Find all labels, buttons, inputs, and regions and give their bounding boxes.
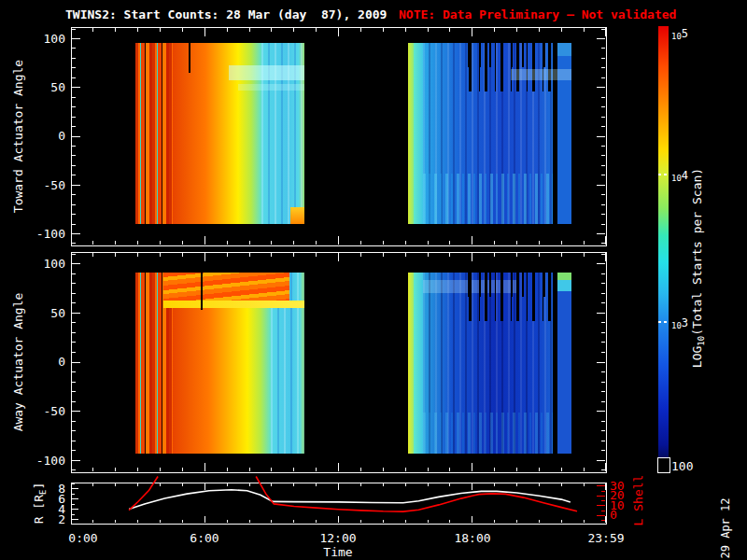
cb-base: 10 [671,321,682,330]
spectro-edge [414,43,423,224]
plot-title: TWINS2: Start Counts: 28 Mar (day 87), 2… [65,7,387,21]
speckle-region [423,174,553,224]
yellow-row [163,301,304,308]
spectrogram-toward-pass1 [135,43,304,224]
spectrogram-away-pass1 [135,273,304,454]
dropout-line [201,273,203,310]
hot-top-band [163,273,289,301]
x-axis-title: Time (UT) [308,545,368,560]
xtick-label: 12:00 [308,531,368,545]
cb-exp: 5 [682,27,688,40]
colorbar-tick-label: 104 [671,171,688,183]
hot-patch [290,207,304,224]
cb-title-sub: 10 [697,336,706,346]
ytick-label: -50 [22,178,65,192]
light-band [229,65,304,80]
spectro-strip [557,273,571,454]
xtick-label: 18:00 [443,531,502,545]
l-tick-label: 0 [610,509,617,522]
colorbar-tick-label: 105 [671,29,688,41]
xtick-label: 23:59 [576,531,636,545]
cb-title-main: LOG [690,346,704,368]
speckle-region [423,413,553,454]
spectro-stripes [135,43,173,224]
dropout-streaks [459,43,553,67]
r-tick-label: 2 [22,512,65,526]
l-shell-axis-label: L Shell [632,475,645,526]
ytick-label: -50 [22,404,65,418]
ytick-label: 100 [22,32,65,46]
light-band [238,84,304,91]
dropout-streaks [459,273,553,297]
cb-exp: 3 [682,316,688,329]
colorbar-tick-label: 103 [671,318,688,330]
ytick-label: 0 [22,129,65,143]
ytick-label: 50 [22,306,65,320]
ytick-label: 0 [22,355,65,369]
ytick-label: 100 [22,257,65,271]
light-band [511,69,571,80]
colorbar [658,26,669,471]
dropout-line [189,43,190,73]
cb-base: 10 [671,32,682,41]
cb-base: 100 [671,459,693,473]
date-stamp: 29 Apr 12 [719,497,732,558]
cb-title-end: (Total Starts per Scan) [690,168,704,336]
spectro-edge [414,273,423,454]
ytick-label: 50 [22,80,65,94]
cb-base: 10 [671,174,682,183]
colorbar-title: LOG10(Total Starts per Scan) [691,168,709,368]
colorbar-tick-dash [658,174,669,175]
plot-screen: TWINS2: Start Counts: 28 Mar (day 87), 2… [0,0,747,560]
colorbar-tick-label: 100 [671,462,693,471]
spectrogram-toward-pass2 [408,43,571,224]
spectrogram-away-pass2 [408,273,571,454]
colorbar-bottom-box [657,457,670,473]
xtick-label: 0:00 [53,531,113,545]
preliminary-note: NOTE: Data Preliminary – Not validated [399,7,676,21]
colorbar-tick-dash [658,321,669,323]
cb-exp: 4 [682,169,688,182]
xtick-label: 6:00 [175,531,234,545]
ytick-label: -100 [22,454,65,468]
ytick-label: -100 [22,227,65,241]
